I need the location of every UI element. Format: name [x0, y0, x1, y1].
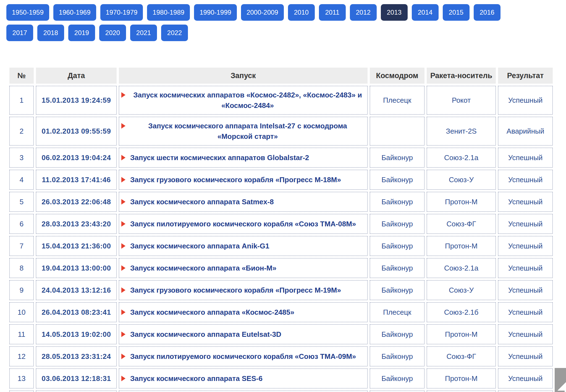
result-cell: Успешный	[498, 192, 553, 212]
table-header-row: № Дата Запуск Космодром Ракета-носитель …	[9, 68, 553, 84]
year-filter-button-2000-2009[interactable]: 2000-2009	[241, 4, 284, 21]
result-cell: Успешный	[498, 346, 553, 366]
result-cell: Успешный	[498, 258, 553, 278]
row-number-cell: 4	[9, 170, 34, 190]
launch-link[interactable]: Запуск космических аппаратов «Космос-248…	[130, 90, 365, 111]
year-filter-button-2018[interactable]: 2018	[37, 25, 64, 41]
cosmodrome-cell	[370, 391, 424, 392]
launch-link[interactable]: Запуск космического аппарата Anik-G1	[130, 241, 269, 251]
launch-link[interactable]: Запуск космического аппарата Eutelsat-3D	[130, 329, 281, 340]
column-header-rocket: Ракета-носитель	[427, 68, 496, 84]
launch-inner: Запуск космического аппарата SES-6	[121, 373, 365, 384]
row-number-cell: 7	[9, 236, 34, 256]
table-row: 628.03.2013 23:43:20Запуск пилотируемого…	[9, 214, 553, 234]
year-filter-row-2: 201720182019202020212022	[6, 25, 566, 41]
launch-cell: Запуск шести космических аппаратов Globa…	[119, 148, 368, 168]
cosmodrome-cell: Плесецк	[370, 86, 424, 115]
red-triangle-icon	[121, 221, 125, 227]
red-triangle-icon	[121, 354, 125, 359]
red-triangle-icon	[121, 287, 125, 293]
year-filter-button-2016[interactable]: 2016	[474, 4, 501, 21]
year-filter-button-2013[interactable]: 2013	[381, 4, 408, 21]
year-filter-button-2012[interactable]: 2012	[350, 4, 377, 21]
launch-cell: Запуск грузового космического корабля «П…	[119, 170, 368, 190]
cosmodrome-cell: Байконур	[370, 346, 424, 366]
launch-link[interactable]: Запуск космического аппарата «Бион-М»	[130, 263, 276, 273]
date-cell: 28.05.2013 23:31:24	[36, 346, 117, 366]
year-filter-button-1990-1999[interactable]: 1990-1999	[194, 4, 237, 21]
rocket-cell: Зенит-2S	[427, 117, 496, 145]
date-cell: 06.02.2013 19:04:24	[36, 148, 117, 168]
red-triangle-icon	[121, 376, 125, 381]
year-filter-button-2020[interactable]: 2020	[99, 25, 126, 41]
row-number-cell: 9	[9, 280, 34, 300]
launch-link[interactable]: Запуск пилотируемого космического корабл…	[130, 219, 356, 229]
rocket-cell: Союз-ФГ	[427, 346, 496, 366]
rocket-cell: Союз-У	[427, 280, 496, 300]
launches-table: № Дата Запуск Космодром Ракета-носитель …	[7, 65, 555, 392]
row-number-cell: 10	[9, 302, 34, 322]
launch-link[interactable]: Запуск космического аппарата SES-6	[130, 373, 263, 384]
launch-link[interactable]: Запуск пилотируемого космического корабл…	[130, 351, 356, 362]
year-filter-button-1950-1959[interactable]: 1950-1959	[6, 4, 49, 21]
column-header-cosmodrome: Космодром	[370, 68, 424, 84]
red-triangle-icon	[121, 243, 125, 249]
cosmodrome-cell: Байконур	[370, 148, 424, 168]
page: 1950-19591960-19691970-19791980-19891990…	[0, 0, 566, 392]
row-number-cell: 11	[9, 324, 34, 344]
year-filter-button-1960-1969[interactable]: 1960-1969	[53, 4, 96, 21]
date-cell: 14.05.2013 19:02:00	[36, 324, 117, 344]
table-row: 201.02.2013 09:55:59Запуск космического …	[9, 117, 553, 145]
launch-inner: Запуск грузового космического корабля «П…	[121, 285, 365, 295]
year-filter-button-2017[interactable]: 2017	[6, 25, 33, 41]
red-triangle-icon	[121, 123, 125, 129]
launch-cell: Запуск космического аппарата «Космос-248…	[119, 302, 368, 322]
table-row: 526.03.2013 22:06:48Запуск космического …	[9, 192, 553, 212]
result-cell: Успешный	[498, 148, 553, 168]
result-cell: Успешный	[498, 280, 553, 300]
rocket-cell: Протон-М	[427, 369, 496, 388]
cosmodrome-cell: Байконур	[370, 280, 424, 300]
launch-link[interactable]: Запуск космического аппарата Intelsat-27…	[130, 121, 365, 142]
result-cell: Успешный	[498, 170, 553, 190]
launch-link[interactable]: Запуск космического аппарата Satmex-8	[130, 197, 274, 207]
launch-cell: Запуск космического аппарата Eutelsat-3D	[119, 324, 368, 344]
launches-table-wrap: № Дата Запуск Космодром Ракета-носитель …	[7, 65, 566, 392]
launch-cell: Запуск космического аппарата Intelsat-27…	[119, 117, 368, 145]
year-filter-button-2011[interactable]: 2011	[319, 4, 346, 21]
year-filter-button-2021[interactable]: 2021	[130, 25, 157, 41]
year-filter-button-1970-1979[interactable]: 1970-1979	[100, 4, 143, 21]
table-row: 411.02.2013 17:41:46Запуск грузового кос…	[9, 170, 553, 190]
date-cell: 19.04.2013 13:00:00	[36, 258, 117, 278]
year-filter-button-2022[interactable]: 2022	[161, 25, 188, 41]
red-triangle-icon	[121, 309, 125, 315]
column-header-num: №	[9, 68, 34, 84]
result-cell: Успешный	[498, 324, 553, 344]
scroll-top-button[interactable]	[555, 368, 566, 392]
launch-link[interactable]: Запуск космического аппарата «Космос-248…	[130, 307, 294, 317]
launch-inner: Запуск космического аппарата Anik-G1	[121, 241, 365, 251]
red-triangle-icon	[121, 199, 125, 205]
launch-link[interactable]: Запуск грузового космического корабля «П…	[130, 285, 341, 295]
row-number-cell: 13	[9, 369, 34, 388]
launch-link[interactable]: Запуск грузового космического корабля «П…	[130, 174, 341, 185]
launch-cell: Запуск космического аппарата Anik-G1	[119, 236, 368, 256]
year-filter-button-2010[interactable]: 2010	[288, 4, 315, 21]
year-filter-button-2014[interactable]: 2014	[412, 4, 439, 21]
rocket-cell: Союз-ФГ	[427, 214, 496, 234]
year-filter-button-2019[interactable]: 2019	[68, 25, 95, 41]
date-cell: 26.04.2013 08:23:41	[36, 302, 117, 322]
red-triangle-icon	[121, 332, 125, 337]
rocket-cell: Протон-М	[427, 324, 496, 344]
launch-link[interactable]: Запуск шести космических аппаратов Globa…	[130, 152, 309, 163]
year-filter-bar: 1950-19591960-19691970-19791980-19891990…	[0, 0, 566, 41]
launch-inner: Запуск космических аппаратов «Космос-248…	[121, 90, 365, 111]
cosmodrome-cell: Байконур	[370, 192, 424, 212]
year-filter-button-1980-1989[interactable]: 1980-1989	[147, 4, 190, 21]
launch-cell: Запуск космического аппарата «Бион-М»	[119, 258, 368, 278]
year-filter-button-2015[interactable]: 2015	[443, 4, 470, 21]
table-row: 306.02.2013 19:04:24Запуск шести космиче…	[9, 148, 553, 168]
launch-inner: Запуск космического аппарата «Бион-М»	[121, 263, 365, 273]
date-cell: 26.03.2013 22:06:48	[36, 192, 117, 212]
launch-inner: Запуск шести космических аппаратов Globa…	[121, 152, 365, 163]
